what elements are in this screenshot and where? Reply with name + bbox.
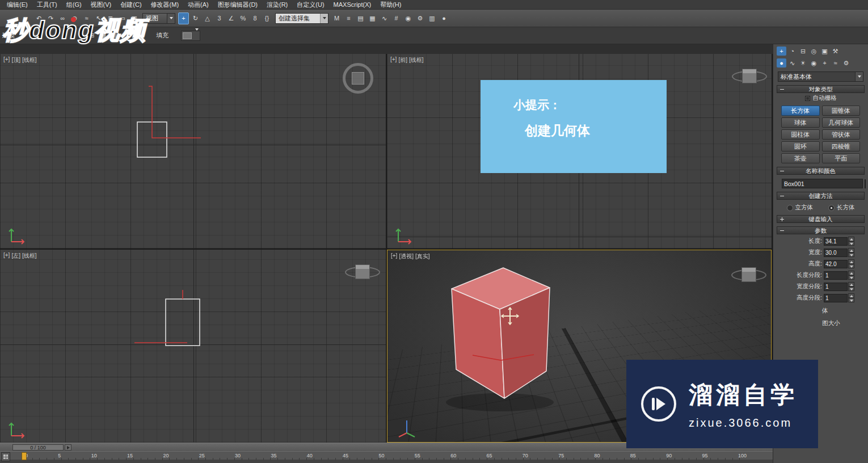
spinner-control[interactable]	[848, 271, 854, 280]
spinner-control[interactable]	[848, 248, 854, 257]
snap-toggle-icon[interactable]: 3	[214, 12, 225, 24]
named-selection-sets-icon[interactable]: {}	[262, 12, 272, 24]
box-wireframe[interactable]	[166, 299, 200, 346]
modify-tab-icon[interactable]: ◔	[787, 47, 797, 56]
viewport-shading-button[interactable]: [线框]	[22, 56, 37, 64]
button-teapot[interactable]: 茶壶	[781, 153, 820, 163]
curve-editor-icon[interactable]: ∿	[379, 12, 390, 24]
next-frame-button[interactable]	[65, 444, 71, 451]
length-segs-input[interactable]	[824, 271, 848, 280]
menu-views[interactable]: 视图(V)	[86, 1, 116, 9]
spinner-control[interactable]	[848, 282, 854, 291]
select-and-move-icon[interactable]: +	[178, 12, 189, 24]
radio-icon[interactable]	[787, 205, 793, 211]
angle-snap-icon[interactable]: ∠	[226, 12, 237, 24]
menu-tools[interactable]: 工具(T)	[32, 1, 62, 9]
creation-option-cube[interactable]: 立方体	[787, 204, 814, 212]
viewport-name-button[interactable]: [透视]	[399, 252, 414, 260]
spline-shape[interactable]	[134, 290, 187, 343]
object-name-input[interactable]	[782, 179, 863, 188]
percent-snap-icon[interactable]: %	[238, 12, 248, 24]
create-tab-icon[interactable]: +	[777, 47, 786, 56]
primitive-category-dropdown[interactable]: 标准基本体	[778, 71, 863, 82]
cameras-category-icon[interactable]: ◉	[809, 58, 819, 68]
height-segs-input[interactable]	[824, 294, 848, 302]
viewport-name-button[interactable]: [左]	[11, 252, 20, 260]
layer-manager-icon[interactable]: ▤	[355, 12, 366, 24]
viewport-name-button[interactable]: [顶]	[11, 56, 20, 64]
object-color-swatch[interactable]	[865, 179, 866, 188]
menu-graph-editors[interactable]: 图形编辑器(D)	[213, 1, 262, 9]
lights-category-icon[interactable]: ☀	[798, 58, 808, 68]
viewcube[interactable]	[343, 63, 373, 94]
menu-maxscript[interactable]: MAXScript(X)	[329, 1, 376, 8]
button-geosphere[interactable]: 几何球体	[822, 117, 861, 128]
button-box[interactable]: 长方体	[781, 106, 820, 116]
viewport-left[interactable]: [+] [左] [线框]	[0, 250, 386, 443]
rendered-frame-icon[interactable]: ▥	[427, 12, 437, 24]
viewport-menu-button[interactable]: [+]	[3, 252, 10, 260]
ribbon-label-fill[interactable]: 填充	[156, 31, 168, 40]
button-pyramid[interactable]: 四棱锥	[822, 141, 861, 151]
rollout-header[interactable]: 参数	[777, 226, 865, 234]
spinner-control[interactable]	[848, 293, 854, 302]
viewport-menu-button[interactable]: [+]	[3, 56, 10, 64]
ribbon-media-dropdown[interactable]	[181, 31, 200, 41]
grid-toggle-icon[interactable]	[1, 452, 10, 461]
menu-modifiers[interactable]: 修改器(M)	[146, 1, 184, 9]
menu-rendering[interactable]: 渲染(R)	[262, 1, 292, 9]
ribbon-toggle-icon[interactable]: ▦	[367, 12, 378, 24]
spinner-control[interactable]	[848, 259, 854, 268]
select-and-rotate-icon[interactable]: ↻	[190, 12, 201, 24]
viewcube[interactable]	[741, 267, 756, 282]
viewport-menu-button[interactable]: [+]	[391, 252, 397, 260]
autogrid-checkbox[interactable]	[805, 96, 810, 101]
menu-group[interactable]: 组(G)	[62, 1, 86, 9]
button-cylinder[interactable]: 圆柱体	[781, 129, 820, 140]
top-view-wireframe[interactable]	[0, 54, 386, 249]
viewcube[interactable]	[355, 264, 370, 279]
utilities-tab-icon[interactable]: ⚒	[831, 47, 840, 56]
mirror-icon[interactable]: M	[331, 12, 342, 24]
schematic-view-icon[interactable]: #	[391, 12, 402, 24]
viewport-name-button[interactable]: [前]	[398, 56, 407, 64]
length-input[interactable]	[824, 237, 848, 246]
rollout-header[interactable]: 名称和颜色	[777, 167, 865, 175]
button-torus[interactable]: 圆环	[781, 141, 820, 151]
shapes-category-icon[interactable]: ∿	[787, 58, 797, 68]
menu-create[interactable]: 创建(C)	[116, 1, 146, 9]
width-input[interactable]	[824, 249, 848, 257]
creation-option-box[interactable]: 长方体	[828, 204, 855, 212]
timeline-ruler[interactable]: 0510152025303540455055606570758085909510…	[0, 451, 773, 463]
render-production-icon[interactable]: ●	[439, 12, 449, 24]
viewcube-face[interactable]	[355, 264, 370, 279]
viewport-shading-button[interactable]: [线框]	[409, 56, 424, 64]
viewport-shading-button[interactable]: [真实]	[415, 252, 430, 260]
spinner-snap-icon[interactable]: 8	[250, 12, 260, 24]
button-cone[interactable]: 圆锥体	[822, 106, 861, 116]
hierarchy-tab-icon[interactable]: ⊟	[798, 47, 808, 56]
rollout-header[interactable]: 键盘输入	[777, 215, 865, 223]
menu-animation[interactable]: 动画(A)	[183, 1, 213, 9]
spline-shape[interactable]	[149, 86, 201, 138]
height-input[interactable]	[824, 260, 848, 268]
viewcube-face[interactable]	[742, 69, 757, 83]
button-sphere[interactable]: 球体	[781, 117, 820, 128]
viewport-shading-button[interactable]: [线框]	[22, 252, 37, 260]
button-plane[interactable]: 平面	[822, 153, 861, 163]
motion-tab-icon[interactable]: ◎	[809, 47, 819, 56]
render-setup-icon[interactable]: ⚙	[415, 12, 425, 24]
viewport-menu-button[interactable]: [+]	[390, 56, 397, 64]
viewcube-face[interactable]	[352, 72, 364, 85]
spinner-control[interactable]	[848, 237, 854, 246]
named-selection-combo[interactable]: 创建选择集	[275, 13, 328, 24]
menu-customize[interactable]: 自定义(U)	[292, 1, 328, 9]
align-icon[interactable]: ≡	[343, 12, 354, 24]
left-view-wireframe[interactable]	[0, 250, 386, 443]
button-tube[interactable]: 管状体	[822, 129, 861, 140]
menu-edit[interactable]: 编辑(E)	[2, 1, 32, 9]
viewcube[interactable]	[742, 69, 757, 83]
menu-help[interactable]: 帮助(H)	[376, 1, 406, 9]
select-and-scale-icon[interactable]: △	[202, 12, 213, 24]
box-object[interactable]	[452, 268, 550, 398]
